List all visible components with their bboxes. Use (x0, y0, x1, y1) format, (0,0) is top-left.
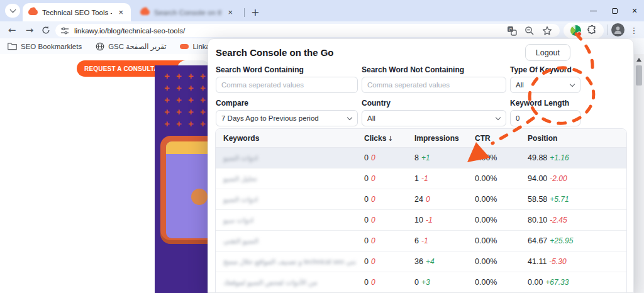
bookmark-label: GSC تقرير الصفحة (108, 42, 166, 51)
filter-form: Search Word Containing Search Word Not C… (216, 65, 580, 126)
position-cell: 64.67+25.95 (528, 236, 626, 245)
scrollbar-thumb[interactable] (636, 65, 642, 86)
bookmark-label: SEO Bookmarklets (21, 43, 82, 50)
close-icon: × (632, 6, 637, 15)
scrollbar-up-arrow[interactable] (636, 58, 641, 62)
keyword-cell-redacted: ادوات السيو (223, 154, 355, 162)
field-label: Country (362, 99, 506, 108)
type-of-keyword-select[interactable]: All (510, 77, 580, 93)
position-cell: 49.88+1.16 (528, 153, 626, 162)
field-label: Search Word Containing (216, 65, 358, 74)
keyword-cell-redacted: السيو التقني (223, 237, 355, 245)
bookmark-gsc[interactable]: GSC تقرير الصفحة (96, 42, 166, 51)
logout-button[interactable]: Logout (525, 44, 570, 61)
table-body: ادوات السيو 00 8+1 0.00% 49.88+1.16 تحلي… (216, 148, 626, 293)
tab-close-icon[interactable]: × (116, 8, 125, 17)
linkawy-icon (180, 44, 189, 49)
table-row[interactable]: و تصنيف المواقع خلال مسح technical seo ا… (216, 252, 626, 272)
search-word-not-containing-input[interactable] (362, 77, 506, 93)
field-label: Search Word Not Containing (362, 65, 506, 74)
extensions-puzzle-icon[interactable] (587, 25, 597, 36)
field-search-word-containing: Search Word Containing (216, 65, 358, 93)
reload-button[interactable] (39, 23, 53, 37)
field-compare: Compare 7 Days Ago to Previous period (216, 99, 358, 126)
country-select[interactable]: All (362, 110, 506, 126)
impressions-cell: 8+1 (414, 153, 475, 162)
impressions-cell: 1-1 (414, 174, 475, 183)
person-icon (613, 25, 623, 35)
translate-icon[interactable]: G (507, 26, 517, 36)
clicks-cell: 00 (364, 216, 414, 224)
tab-active[interactable]: Technical SEO Tools - Linkawy × (23, 3, 131, 21)
tab-title: Technical SEO Tools - Linkawy (42, 9, 112, 16)
reload-icon (42, 26, 50, 35)
tab-inactive[interactable]: Search Console on the Go - Th × (135, 3, 240, 21)
ctr-cell: 0.00% (475, 236, 528, 245)
table-header-row: Keywords Clicks↓ Impressions CTR Positio… (216, 129, 626, 148)
ctr-cell: 0.00% (475, 216, 528, 224)
ctr-cell: 0.00% (475, 257, 528, 266)
select-value: All (367, 114, 375, 122)
table-row[interactable]: ادوات السيو 00 240 0.00% 58.58+5.71 (216, 189, 626, 210)
ctr-cell: 0.00% (475, 195, 528, 204)
forward-button[interactable]: → (23, 23, 36, 37)
zoom-out-icon[interactable] (525, 26, 535, 36)
table-row[interactable]: من الأدوات لفحص السيو لموقعك 00 0+3 0.00… (216, 272, 626, 293)
col-ctr[interactable]: CTR (475, 134, 528, 143)
table-row[interactable]: تحليل السيو 00 1-1 0.00% 94.00-2.00 (216, 169, 626, 189)
ctr-cell: 0.00% (475, 278, 528, 287)
position-cell: 0.00+67.33 (528, 278, 626, 287)
close-window-button[interactable]: × (625, 3, 644, 19)
bookmark-folder[interactable]: SEO Bookmarklets (8, 42, 82, 50)
col-keywords[interactable]: Keywords (223, 134, 364, 143)
tab-divider (244, 8, 245, 17)
chevron-down-icon (347, 115, 352, 120)
impressions-cell: 36+4 (414, 257, 475, 266)
col-clicks[interactable]: Clicks↓ (364, 134, 414, 143)
clicks-cell: 00 (364, 174, 414, 183)
keywords-table: Keywords Clicks↓ Impressions CTR Positio… (215, 128, 627, 293)
col-impressions[interactable]: Impressions (414, 134, 475, 143)
col-position[interactable]: Position (528, 134, 626, 143)
minimize-button[interactable] (584, 3, 602, 19)
bookmark-star-icon[interactable] (542, 26, 552, 36)
compare-select[interactable]: 7 Days Ago to Previous period (216, 110, 358, 126)
restore-button[interactable] (605, 3, 624, 19)
tab2-favicon-icon (140, 9, 150, 15)
field-label: Compare (216, 99, 358, 108)
search-console-extension-icon[interactable] (570, 25, 581, 36)
tab-close-icon[interactable]: × (226, 8, 235, 17)
plus-pattern: ++++++++++++++++++++ (161, 70, 209, 129)
hero-illustration-panel: ++++++++++++++++++++ (155, 65, 211, 293)
impressions-cell: 0+3 (414, 278, 475, 287)
keyword-cell-redacted: و تصنيف المواقع خلال مسح technical seo ا… (223, 258, 355, 266)
site-settings-icon[interactable] (60, 26, 69, 35)
globe-icon (96, 42, 104, 51)
tab-title: Search Console on the Go - Th (154, 9, 221, 16)
field-type-of-keyword: Type Of Keyword All (510, 65, 580, 93)
page-scrollbar[interactable] (634, 54, 644, 293)
clicks-cell: 00 (364, 153, 414, 162)
minimize-icon (590, 11, 597, 11)
table-row[interactable]: ادوات سيو 00 10-1 0.00% 80.10-2.45 (216, 210, 626, 231)
clicks-cell: 00 (364, 236, 414, 245)
keyword-length-input[interactable] (510, 110, 580, 126)
impressions-cell: 10-1 (414, 216, 475, 224)
back-button[interactable]: ← (5, 23, 19, 37)
field-label: Type Of Keyword (510, 65, 580, 74)
tab-search-button[interactable] (5, 4, 20, 18)
new-tab-button[interactable]: + (248, 4, 263, 19)
profile-avatar[interactable] (611, 23, 625, 36)
search-word-containing-input[interactable] (216, 77, 358, 93)
chevron-down-icon (570, 82, 575, 87)
clicks-cell: 00 (364, 257, 414, 266)
browser-menu-button[interactable]: ⋮ (628, 23, 640, 37)
impressions-cell: 6-1 (414, 236, 475, 245)
address-bar[interactable]: linkawy.io/blog/technical-seo-tools/ G (55, 24, 560, 37)
field-country: Country All (362, 99, 506, 126)
url-text[interactable]: linkawy.io/blog/technical-seo-tools/ (74, 27, 507, 35)
table-row[interactable]: ادوات السيو 00 8+1 0.00% 49.88+1.16 (216, 148, 626, 169)
table-row[interactable]: السيو التقني 00 6-1 0.00% 64.67+25.95 (216, 231, 626, 252)
field-keyword-length: Keyword Length (510, 99, 580, 126)
chevron-down-icon (9, 7, 16, 13)
